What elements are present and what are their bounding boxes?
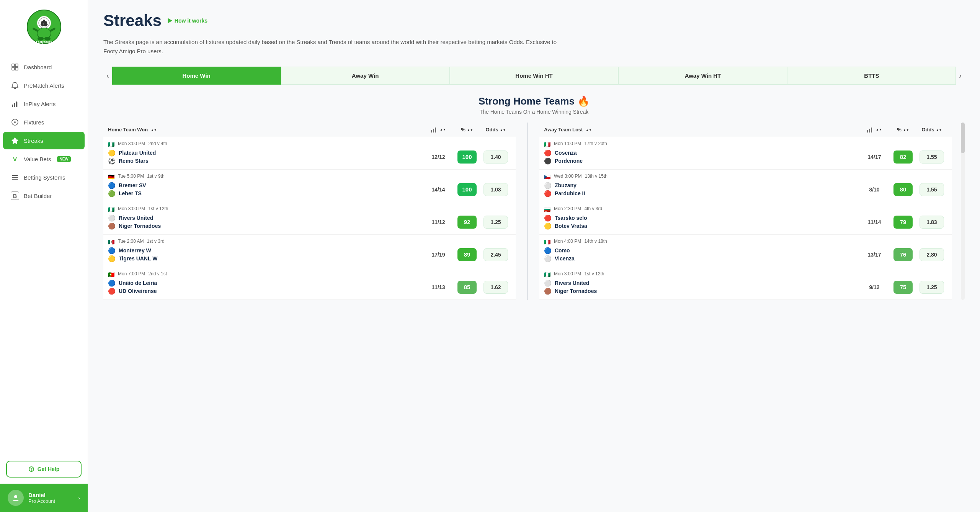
team-1-line: 🔵 Como xyxy=(544,247,859,254)
sidebar-item-betting[interactable]: Betting Systems xyxy=(3,168,85,186)
away-table-header: Away Team Lost ▲▼ ▲▼ %▲▼ Odds▲▼ xyxy=(539,123,952,137)
odds-cell: 2.45 xyxy=(480,248,511,261)
filter-tab-away-win-ht[interactable]: Away Win HT xyxy=(618,67,787,85)
match-meta: 🇧🇬 Mon 2:30 PM 4th v 3rd xyxy=(544,206,947,211)
sidebar-item-fixtures-label: Fixtures xyxy=(24,119,44,126)
team-1-line: ⚪ Rivers United xyxy=(108,214,423,222)
away-stat-col-header[interactable]: ▲▼ xyxy=(859,126,890,133)
team-1-line: 🔵 União de Leiria xyxy=(108,280,423,287)
pct-cell: 92 xyxy=(454,216,480,229)
svg-rect-31 xyxy=(435,128,436,132)
home-team-col-header[interactable]: Home Team Won ▲▼ xyxy=(108,127,423,132)
content-subtitle: The Home Teams On a Home Winning Streak xyxy=(103,109,965,115)
team-2-line: ⚫ Pordenone xyxy=(544,157,859,165)
match-rank: 17th v 20th xyxy=(584,141,607,146)
svg-rect-27 xyxy=(12,179,18,180)
filter-tab-btts[interactable]: BTTS xyxy=(787,67,956,85)
sidebar-item-streaks[interactable]: Streaks xyxy=(3,132,85,149)
match-rank: 13th v 15th xyxy=(585,173,607,179)
match-time: Mon 3:00 PM xyxy=(554,271,581,276)
sidebar-item-valuebets[interactable]: V Value Bets NEW xyxy=(3,150,85,168)
match-meta: 🇳🇬 Mon 3:00 PM 1st v 12th xyxy=(108,206,511,211)
sidebar-item-inplay[interactable]: InPlay Alerts xyxy=(3,95,85,113)
user-area[interactable]: Daniel Pro Account › xyxy=(0,484,88,512)
sidebar-item-betbuilder[interactable]: B Bet Builder xyxy=(3,187,85,204)
bell-icon xyxy=(11,81,19,90)
team1-icon: 🔵 xyxy=(108,280,116,287)
stat-cell: 9/12 xyxy=(859,284,890,290)
team2-icon: 🔴 xyxy=(108,288,116,295)
how-it-works-link[interactable]: How it works xyxy=(168,18,207,24)
sidebar-item-prematch[interactable]: PreMatch Alerts xyxy=(3,77,85,94)
sidebar-item-dashboard[interactable]: Dashboard xyxy=(3,58,85,76)
sidebar-item-inplay-label: InPlay Alerts xyxy=(24,101,56,107)
sort-icon: ▲▼ xyxy=(586,128,592,132)
pct-cell: 85 xyxy=(454,281,480,294)
flag-icon: 🇩🇪 xyxy=(108,174,115,178)
odds-cell: 1.55 xyxy=(916,150,947,164)
get-help-button[interactable]: Get Help xyxy=(6,461,82,478)
team2-icon: 🟡 xyxy=(544,222,552,230)
pct-badge: 80 xyxy=(893,183,913,196)
pct-badge: 100 xyxy=(457,183,477,196)
match-meta: 🇨🇿 Wed 3:00 PM 13th v 15th xyxy=(544,173,947,179)
svg-point-12 xyxy=(45,21,47,23)
svg-rect-26 xyxy=(12,177,18,178)
main-content: Streaks How it works The Streaks page is… xyxy=(88,0,980,512)
play-icon xyxy=(168,18,172,23)
logo: FootyAmigo xyxy=(25,8,63,46)
team1-name: Bremer SV xyxy=(119,182,146,188)
match-rank: 4th v 3rd xyxy=(584,206,602,211)
user-plan: Pro Account xyxy=(28,498,74,504)
home-stat-col-header[interactable]: ▲▼ xyxy=(423,126,454,133)
filter-nav-prev[interactable]: ‹ xyxy=(103,71,112,80)
filter-tab-away-win[interactable]: Away Win xyxy=(281,67,450,85)
team-1-line: ⚪ Zbuzany xyxy=(544,182,859,189)
svg-rect-15 xyxy=(15,64,18,67)
teams-info: ⚪ Rivers United 🟤 Niger Tornadoes xyxy=(108,214,423,231)
svg-point-10 xyxy=(44,37,51,41)
team1-icon: 🟡 xyxy=(108,149,116,157)
away-pct-col-header[interactable]: %▲▼ xyxy=(890,127,916,132)
home-odds-col-header[interactable]: Odds▲▼ xyxy=(480,127,511,132)
odds-badge: 2.80 xyxy=(920,248,944,261)
stat-cell: 14/14 xyxy=(423,186,454,193)
away-team-col-header[interactable]: Away Team Lost ▲▼ xyxy=(544,127,859,132)
flag-icon: 🇮🇹 xyxy=(544,141,551,146)
filter-tab-home-win-ht[interactable]: Home Win HT xyxy=(450,67,619,85)
match-teams-row: ⚪ Rivers United 🟤 Niger Tornadoes 11/12 … xyxy=(108,214,511,231)
user-icon xyxy=(11,494,20,502)
team1-icon: ⚪ xyxy=(544,280,552,287)
flag-icon: 🇨🇿 xyxy=(544,174,551,178)
pct-cell: 89 xyxy=(454,248,480,261)
home-pct-col-header[interactable]: %▲▼ xyxy=(454,127,480,132)
home-table-row: 🇩🇪 Tue 5:00 PM 1st v 9th 🔵 Bremer SV 🟢 L… xyxy=(103,170,516,202)
filter-tab-home-win[interactable]: Home Win xyxy=(112,67,281,85)
match-rank: 1st v 12th xyxy=(148,206,168,211)
how-it-works-label: How it works xyxy=(175,18,207,24)
sidebar-item-prematch-label: PreMatch Alerts xyxy=(24,82,64,89)
match-rank: 2nd v 4th xyxy=(148,141,167,146)
teams-info: 🔵 União de Leiria 🔴 UD Oliveirense xyxy=(108,279,423,296)
flag-icon: 🇳🇬 xyxy=(108,141,115,146)
filter-nav-next[interactable]: › xyxy=(956,71,965,80)
content-header: Strong Home Teams 🔥 The Home Teams On a … xyxy=(103,95,965,115)
away-odds-col-header[interactable]: Odds▲▼ xyxy=(916,127,947,132)
page-title: Streaks xyxy=(103,11,162,30)
page-header: Streaks How it works xyxy=(103,11,965,30)
scrollbar-thumb[interactable] xyxy=(961,123,965,153)
odds-badge: 1.25 xyxy=(483,216,508,229)
match-teams-row: 🔴 Tsarsko selo 🟡 Botev Vratsa 11/14 79 xyxy=(544,214,947,231)
team-2-line: 🟢 Leher TS xyxy=(108,190,423,197)
team1-icon: ⚪ xyxy=(108,214,116,222)
away-table-row: 🇮🇹 Mon 1:00 PM 17th v 20th 🔴 Cosenza ⚫ P… xyxy=(539,137,952,170)
scrollbar[interactable] xyxy=(961,123,965,300)
team-2-line: 🟡 Botev Vratsa xyxy=(544,222,859,230)
sidebar-item-fixtures[interactable]: Fixtures xyxy=(3,113,85,131)
team1-name: Monterrey W xyxy=(119,247,151,254)
stat-cell: 14/17 xyxy=(859,154,890,160)
bar-chart-icon xyxy=(867,127,873,133)
team1-name: Plateau United xyxy=(119,150,156,156)
compass-icon xyxy=(11,118,19,126)
match-meta: 🇮🇹 Mon 4:00 PM 14th v 18th xyxy=(544,239,947,244)
